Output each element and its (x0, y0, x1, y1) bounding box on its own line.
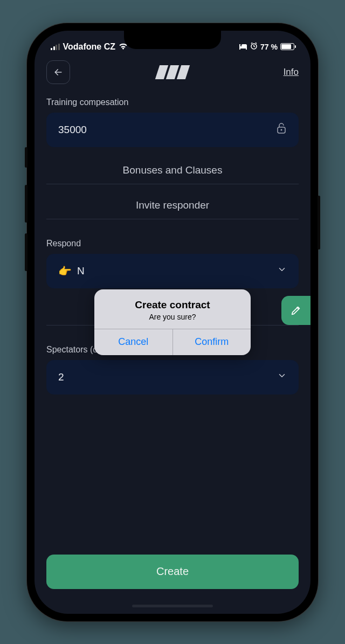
phone-volume-down (25, 233, 27, 271)
pointer-icon: 👉 (58, 265, 72, 278)
chevron-down-icon (277, 371, 287, 383)
status-right: 77 % (239, 42, 294, 51)
chevron-down-icon (277, 265, 287, 277)
cancel-button[interactable]: Cancel (94, 329, 173, 355)
responder-dropdown[interactable]: 👉 N (46, 254, 299, 288)
phone-frame: Vodafone CZ 23:52 77 % (27, 23, 318, 621)
battery-icon (280, 43, 294, 50)
spectators-value: 2 (58, 371, 64, 383)
responder-value: N (77, 265, 85, 277)
create-button[interactable]: Create (46, 555, 299, 589)
alert-message: Are you sure? (105, 313, 240, 321)
screen: Vodafone CZ 23:52 77 % (34, 31, 310, 614)
signal-icon (51, 44, 60, 50)
create-contract-alert: Create contract Are you sure? Cancel Con… (94, 289, 251, 355)
home-indicator[interactable] (46, 599, 299, 614)
info-link[interactable]: Info (284, 67, 299, 78)
phone-volume-up (25, 185, 27, 223)
alert-title: Create contract (105, 299, 240, 311)
back-button[interactable] (46, 60, 70, 84)
app-logo (155, 65, 190, 79)
confirm-button[interactable]: Confirm (173, 329, 251, 355)
pencil-icon (290, 304, 302, 316)
invite-responder-heading: Invite responder (46, 199, 299, 219)
spectators-dropdown[interactable]: 2 (46, 360, 299, 394)
training-compensation-input[interactable]: 35000 (46, 113, 299, 147)
training-compensation-label: Training compesation (46, 98, 299, 107)
lock-icon (276, 122, 287, 137)
training-compensation-value: 35000 (58, 124, 87, 136)
battery-percent: 77 % (260, 43, 278, 51)
edit-button[interactable] (281, 296, 310, 325)
status-left: Vodafone CZ (51, 42, 128, 52)
phone-silent-switch (25, 147, 27, 168)
phone-power-button (318, 196, 320, 250)
responder-label: Respond (46, 239, 299, 248)
svg-point-2 (281, 129, 282, 131)
alarm-icon (250, 42, 258, 51)
arrow-left-icon (53, 67, 64, 78)
bonuses-section-heading[interactable]: Bonuses and Clauses (46, 164, 299, 184)
alert-header: Create contract Are you sure? (94, 289, 251, 329)
bed-icon (239, 43, 247, 51)
nav-bar: Info (34, 57, 310, 88)
notch (124, 31, 221, 49)
carrier-label: Vodafone CZ (63, 42, 115, 52)
alert-buttons: Cancel Confirm (94, 329, 251, 355)
